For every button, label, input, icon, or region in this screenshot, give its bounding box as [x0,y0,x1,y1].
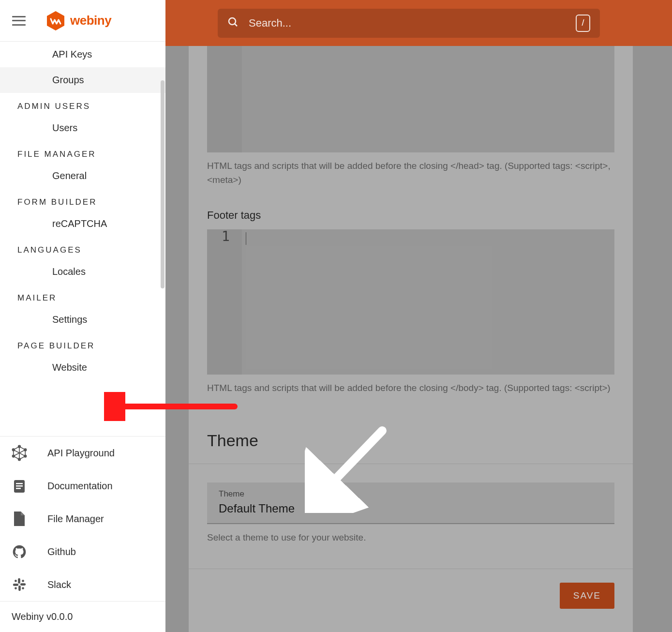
svg-rect-14 [16,483,23,484]
graphql-icon [12,445,27,461]
svg-point-22 [22,580,24,582]
svg-rect-15 [16,485,23,487]
nav-heading: ADMIN USERS [0,93,165,115]
svg-point-23 [22,587,24,589]
logo-text: webiny [70,13,111,28]
nav-item-groups[interactable]: Groups [0,67,165,93]
nav-heading: FORM BUILDER [0,189,165,211]
nav-item-general[interactable]: General [0,163,165,189]
svg-point-21 [15,580,17,582]
logo[interactable]: webiny [45,10,111,31]
logo-icon [45,10,66,31]
svg-point-24 [15,587,17,589]
svg-rect-16 [16,488,21,489]
nav-item-recaptcha[interactable]: reCAPTCHA [0,211,165,237]
svg-rect-17 [18,578,20,584]
svg-line-1 [235,24,237,26]
slash-shortcut-badge: / [576,15,590,32]
nav-heading: PAGE BUILDER [0,332,165,355]
nav-heading: MAILER [0,285,165,307]
ext-link-label: File Manager [47,513,104,525]
nav-item-settings[interactable]: Settings [0,307,165,332]
svg-rect-19 [18,586,21,591]
ext-link-label: Slack [47,579,71,590]
nav-item-locales[interactable]: Locales [0,259,165,285]
nav-heading: LANGUAGES [0,237,165,259]
ext-link-documentation[interactable]: Documentation [0,469,165,502]
doc-icon [12,478,27,494]
ext-link-slack[interactable]: Slack [0,568,165,601]
nav-item-website[interactable]: Website [0,355,165,380]
nav-heading: FILE MANAGER [0,141,165,163]
sidebar-nav: API KeysGroupsADMIN USERSUsersFILE MANAG… [0,42,165,436]
ext-link-api-playground[interactable]: API Playground [0,436,165,469]
nav-item-api-keys[interactable]: API Keys [0,42,165,67]
search-input[interactable] [249,17,576,30]
slack-icon [12,577,27,592]
nav-item-users[interactable]: Users [0,115,165,141]
version-label: Webiny v0.0.0 [0,601,165,632]
svg-rect-20 [13,584,18,586]
svg-point-0 [229,18,236,25]
github-icon [12,544,27,559]
ext-link-label: Documentation [47,481,113,492]
ext-link-label: Github [47,546,76,557]
ext-link-github[interactable]: Github [0,535,165,568]
sidebar: webiny API KeysGroupsADMIN USERSUsersFIL… [0,0,165,632]
ext-link-file-manager[interactable]: File Manager [0,502,165,535]
search-icon [227,16,239,30]
scrollbar[interactable] [161,80,164,436]
svg-rect-18 [20,583,26,586]
ext-link-label: API Playground [47,448,115,459]
hamburger-icon[interactable] [12,16,26,26]
file-icon [12,511,27,527]
search-bar[interactable]: / [218,9,600,38]
